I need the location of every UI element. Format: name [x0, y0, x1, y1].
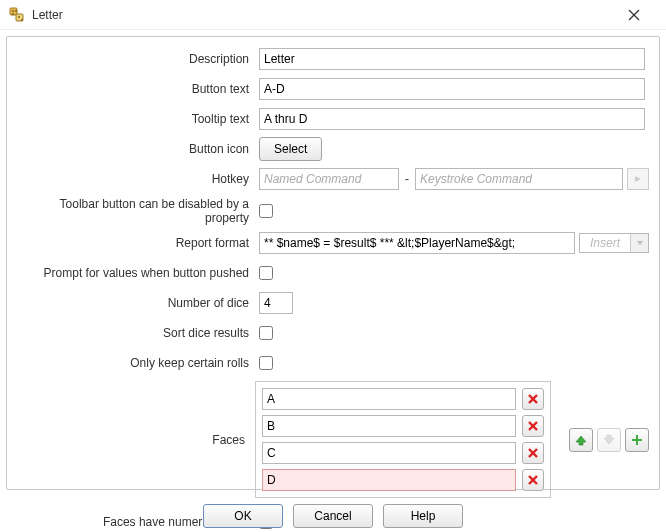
button-icon-label: Button icon: [17, 142, 259, 156]
svg-rect-18: [632, 439, 642, 441]
prompt-values-checkbox[interactable]: [259, 266, 273, 280]
app-icon: [8, 6, 26, 24]
select-icon-button[interactable]: Select: [259, 137, 322, 161]
close-button[interactable]: [628, 9, 658, 21]
prompt-values-label: Prompt for values when button pushed: [17, 266, 259, 280]
tooltip-text-label: Tooltip text: [17, 112, 259, 126]
move-down-button[interactable]: [597, 428, 621, 452]
delete-face-button[interactable]: [522, 442, 544, 464]
tooltip-text-input[interactable]: [259, 108, 645, 130]
chevron-down-icon: [630, 234, 648, 252]
sort-results-label: Sort dice results: [17, 326, 259, 340]
only-keep-label: Only keep certain rolls: [17, 356, 259, 370]
main-panel: Description Button text Tooltip text But…: [6, 36, 660, 490]
toolbar-disable-checkbox[interactable]: [259, 204, 273, 218]
faces-list: [255, 381, 551, 498]
only-keep-checkbox[interactable]: [259, 356, 273, 370]
hotkey-named-input[interactable]: [259, 168, 399, 190]
delete-face-button[interactable]: [522, 469, 544, 491]
delete-face-button[interactable]: [522, 415, 544, 437]
face-row: [262, 469, 544, 491]
hotkey-separator: -: [403, 172, 411, 186]
delete-face-button[interactable]: [522, 388, 544, 410]
svg-point-3: [12, 13, 14, 15]
move-up-button[interactable]: [569, 428, 593, 452]
window-title: Letter: [32, 8, 628, 22]
face-input[interactable]: [262, 442, 516, 464]
face-row: [262, 415, 544, 437]
button-text-input[interactable]: [259, 78, 645, 100]
cancel-button[interactable]: Cancel: [293, 504, 373, 528]
report-format-input[interactable]: [259, 232, 575, 254]
sort-results-checkbox[interactable]: [259, 326, 273, 340]
svg-point-1: [12, 10, 14, 12]
svg-point-2: [15, 10, 17, 12]
description-input[interactable]: [259, 48, 645, 70]
hotkey-label: Hotkey: [17, 172, 259, 186]
report-format-label: Report format: [17, 236, 259, 250]
face-row: [262, 388, 544, 410]
insert-dropdown-button[interactable]: Insert: [579, 233, 649, 253]
toolbar-disable-label: Toolbar button can be disabled by a prop…: [17, 197, 259, 225]
add-button[interactable]: [625, 428, 649, 452]
number-dice-input[interactable]: [259, 292, 293, 314]
help-button[interactable]: Help: [383, 504, 463, 528]
face-input[interactable]: [262, 469, 516, 491]
number-dice-label: Number of dice: [17, 296, 259, 310]
button-text-label: Button text: [17, 82, 259, 96]
svg-point-5: [18, 16, 20, 18]
insert-label: Insert: [580, 234, 630, 252]
hotkey-keystroke-input[interactable]: [415, 168, 623, 190]
description-label: Description: [17, 52, 259, 66]
face-row: [262, 442, 544, 464]
title-bar: Letter: [0, 0, 666, 30]
face-input[interactable]: [262, 388, 516, 410]
face-input[interactable]: [262, 415, 516, 437]
ok-button[interactable]: OK: [203, 504, 283, 528]
hotkey-clear-button[interactable]: [627, 168, 649, 190]
svg-point-6: [21, 19, 23, 21]
faces-label: Faces: [17, 433, 255, 447]
